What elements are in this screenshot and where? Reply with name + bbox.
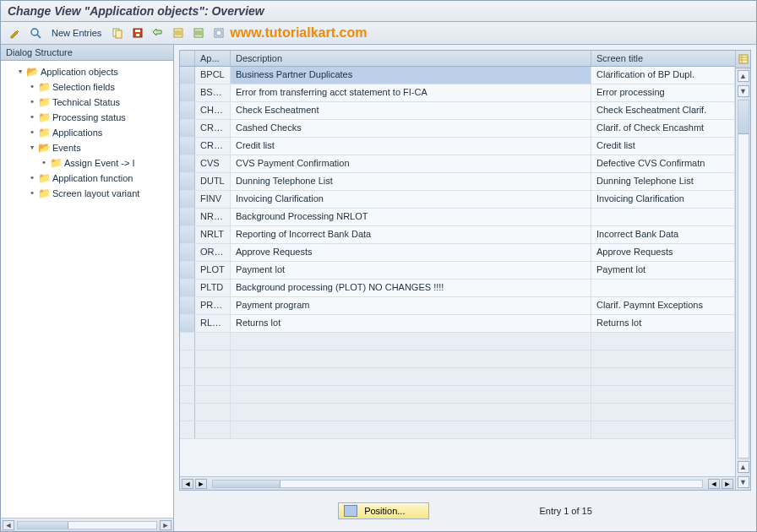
row-selector[interactable]: [180, 209, 195, 225]
table-row[interactable]: CVSCVS Payment ConfirmationDefective CVS…: [180, 155, 735, 173]
row-selector[interactable]: [180, 173, 195, 190]
cell-screen-title[interactable]: Payment lot: [591, 262, 735, 279]
table-row[interactable]: ORDAApprove RequestsApprove Requests: [180, 244, 735, 262]
row-selector[interactable]: [180, 84, 195, 101]
row-selector[interactable]: [180, 404, 195, 421]
deselect-all-icon[interactable]: [191, 25, 206, 41]
scroll-thumb[interactable]: [738, 100, 749, 134]
cell-app[interactable]: RLOT: [195, 315, 231, 332]
scroll-left-icon[interactable]: ◄: [708, 479, 720, 489]
cell-description[interactable]: Returns lot: [231, 315, 591, 332]
row-selector[interactable]: [180, 297, 195, 314]
cell-description[interactable]: Credit list: [231, 138, 591, 155]
table-row[interactable]: DUTLDunning Telephone ListDunning Teleph…: [180, 173, 735, 191]
cell-app[interactable]: CVS: [195, 155, 231, 172]
cell-app[interactable]: NRLD: [195, 209, 231, 225]
scroll-right-icon[interactable]: ►: [195, 479, 207, 489]
cell-app[interactable]: CRCL: [195, 120, 231, 137]
cell-app[interactable]: CRPO: [195, 138, 231, 155]
scroll-left-icon[interactable]: ◄: [182, 479, 193, 489]
save-icon[interactable]: [130, 25, 145, 41]
table-row[interactable]: BSTMError from transferring acct stateme…: [180, 84, 735, 102]
tree-node-events[interactable]: ▾📂Events •📁Assign Event -> I: [28, 140, 173, 171]
scroll-up-icon[interactable]: ▲: [738, 461, 749, 473]
cell-description[interactable]: Dunning Telephone List: [231, 173, 591, 190]
table-row[interactable]: NRLDBackground Processing NRLOT: [180, 209, 735, 226]
table-row[interactable]: CRPOCredit listCredit list: [180, 138, 735, 155]
cell-screen-title[interactable]: Dunning Telephone List: [591, 173, 735, 190]
row-selector[interactable]: [180, 386, 195, 403]
cell-screen-title[interactable]: Error processing: [591, 84, 735, 101]
cell-description[interactable]: Background Processing NRLOT: [231, 209, 591, 225]
scroll-thumb[interactable]: [213, 480, 280, 487]
cell-app[interactable]: NRLT: [195, 226, 231, 243]
cell-description[interactable]: Error from transferring acct statement t…: [231, 84, 591, 101]
cell-screen-title[interactable]: [591, 280, 735, 296]
scroll-right-icon[interactable]: ►: [722, 479, 733, 489]
row-selector[interactable]: [180, 368, 195, 385]
select-all-icon[interactable]: [171, 25, 186, 41]
table-row[interactable]: FINVInvoicing ClarificationInvoicing Cla…: [180, 191, 735, 209]
col-screen-title[interactable]: Screen title: [591, 51, 735, 66]
tree-node-applications[interactable]: •📁Applications: [28, 125, 173, 140]
position-button[interactable]: Position...: [338, 502, 429, 519]
table-row[interactable]: NRLTReporting of Incorrect Bank DataInco…: [180, 226, 735, 244]
row-selector[interactable]: [180, 421, 195, 438]
col-app[interactable]: Ap...: [195, 51, 231, 66]
cell-description[interactable]: Background processing (PLOT) NO CHANGES …: [231, 280, 591, 296]
row-selector[interactable]: [180, 120, 195, 137]
cell-screen-title[interactable]: Returns lot: [591, 315, 735, 332]
row-selector[interactable]: [180, 67, 195, 84]
cell-screen-title[interactable]: Clarif. of Check Encashmt: [591, 120, 735, 137]
cell-description[interactable]: Invoicing Clarification: [231, 191, 591, 208]
cell-description[interactable]: Payment program: [231, 297, 591, 314]
cell-screen-title[interactable]: Defective CVS Confirmatn: [591, 155, 735, 172]
table-row[interactable]: BPCLBusiness Partner DuplicatesClarifica…: [180, 67, 735, 84]
tree-node-assign-event[interactable]: •📁Assign Event -> I: [40, 155, 173, 171]
cell-app[interactable]: BPCL: [195, 67, 231, 84]
tree-node-screen-layout-variant[interactable]: •📁Screen layout variant: [28, 186, 173, 201]
toggle-change-icon[interactable]: [8, 25, 23, 41]
cell-app[interactable]: CHES: [195, 102, 231, 119]
cell-screen-title[interactable]: Credit list: [591, 138, 735, 155]
cell-app[interactable]: PLTD: [195, 280, 231, 296]
cell-description[interactable]: Check Escheatment: [231, 102, 591, 119]
scroll-thumb[interactable]: [18, 522, 68, 529]
row-selector[interactable]: [180, 280, 195, 296]
table-row[interactable]: PLTDBackground processing (PLOT) NO CHAN…: [180, 280, 735, 297]
scroll-right-icon[interactable]: ►: [160, 520, 172, 530]
cell-screen-title[interactable]: Approve Requests: [591, 244, 735, 261]
tree-node-selection-fields[interactable]: •📁Selection fields: [28, 79, 173, 95]
row-selector[interactable]: [180, 315, 195, 332]
cell-app[interactable]: PLOT: [195, 262, 231, 279]
cell-app[interactable]: BSTM: [195, 84, 231, 101]
cell-screen-title[interactable]: Incorrect Bank Data: [591, 226, 735, 243]
undo-icon[interactable]: [150, 25, 166, 41]
cell-description[interactable]: Reporting of Incorrect Bank Data: [231, 226, 591, 243]
table-row[interactable]: RLOTReturns lotReturns lot: [180, 315, 735, 333]
row-selector[interactable]: [180, 102, 195, 119]
row-selector[interactable]: [180, 191, 195, 208]
tree-node-technical-status[interactable]: •📁Technical Status: [28, 95, 173, 110]
cell-description[interactable]: CVS Payment Confirmation: [231, 155, 591, 172]
row-selector[interactable]: [180, 226, 195, 243]
table-horizontal-scrollbar[interactable]: ◄ ► ◄ ►: [180, 476, 735, 490]
delimit-icon[interactable]: [211, 25, 226, 41]
tree-node-processing-status[interactable]: •📁Processing status: [28, 110, 173, 125]
scroll-track[interactable]: [17, 521, 157, 529]
table-settings-icon[interactable]: [736, 51, 750, 68]
find-icon[interactable]: [28, 25, 43, 41]
scroll-left-icon[interactable]: ◄: [3, 520, 14, 530]
cell-screen-title[interactable]: Check Escheatment Clarif.: [591, 102, 735, 119]
table-row[interactable]: CRCLCashed ChecksClarif. of Check Encash…: [180, 120, 735, 138]
structure-tree[interactable]: ▾📂Application objects •📁Selection fields…: [1, 61, 173, 518]
scroll-down-icon[interactable]: ▼: [738, 85, 749, 97]
table-row[interactable]: PLOTPayment lotPayment lot: [180, 262, 735, 280]
tree-node-application-function[interactable]: •📁Application function: [28, 171, 173, 186]
table-row[interactable]: PRUNPayment programClarif. Paymnt Except…: [180, 297, 735, 315]
row-selector[interactable]: [180, 262, 195, 279]
row-selector[interactable]: [180, 333, 195, 350]
cell-screen-title[interactable]: Clarification of BP Dupl.: [591, 67, 735, 84]
cell-screen-title[interactable]: [591, 209, 735, 225]
new-entries-button[interactable]: New Entries: [48, 26, 105, 40]
